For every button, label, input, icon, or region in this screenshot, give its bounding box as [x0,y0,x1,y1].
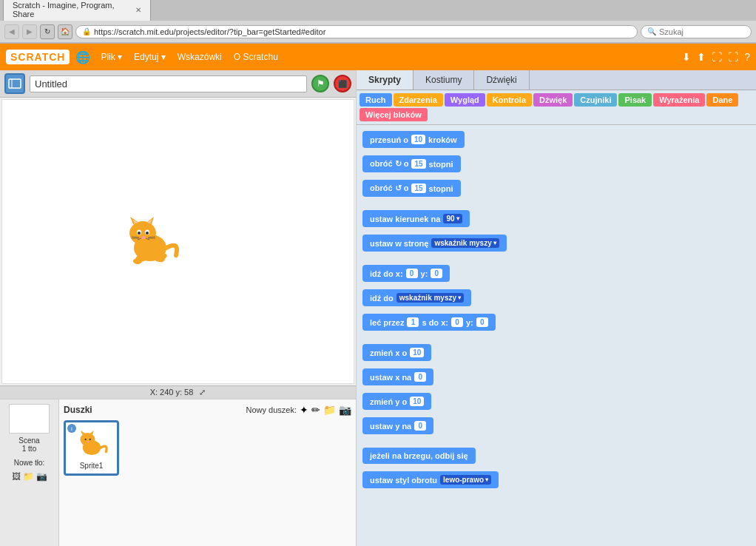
stage-area: ⚑ ⬛ v468 [0,70,357,546]
menu-file[interactable]: Plik ▾ [96,50,126,64]
block-move[interactable]: przesuń o 10 kroków [362,131,465,148]
stop-button[interactable]: ⬛ [334,75,351,92]
sprite-item[interactable]: i Sprite1 [64,420,119,476]
download-icon[interactable]: ⬇ [682,51,691,63]
green-flag-button[interactable]: ⚑ [311,75,329,92]
search-bar[interactable]: 🔍 [641,25,752,38]
cat-more-blocks[interactable]: Więcej bloków [360,108,428,121]
project-name-input[interactable] [30,75,307,92]
cat-data[interactable]: Dane [706,93,738,107]
block-face-towards[interactable]: ustaw w stronę wskaźnik myszy [362,235,507,252]
help-icon[interactable]: ? [744,51,750,63]
menu-edit[interactable]: Edytuj ▾ [129,50,170,64]
cat-sprite [117,211,183,270]
block-group-change-x: zmień x o 10 [362,344,750,364]
back-button[interactable]: ◀ [4,24,19,39]
svg-point-29 [87,441,89,442]
block-separator-4 [362,442,750,448]
tab-sounds[interactable]: Dźwięki [474,70,529,90]
block-change-y[interactable]: zmień y o 10 [362,393,431,410]
stage-canvas [1,99,354,384]
cat-looks[interactable]: Wygląd [445,93,485,107]
menu-about[interactable]: O Scratchu [229,50,283,64]
block-group-face: ustaw w stronę wskaźnik myszy [362,235,750,255]
new-sprite-star-icon[interactable]: ✦ [300,404,308,416]
new-sprite-folder-icon[interactable]: 📁 [323,404,336,416]
new-bg-label: Nowe tło: [14,459,45,467]
scratch-logo[interactable]: SCRATCH [6,50,70,64]
svg-rect-0 [9,79,21,88]
sprite-info-badge[interactable]: i [67,424,76,433]
block-goto[interactable]: idź do wskaźnik myszy [362,289,471,306]
topbar-menu: Plik ▾ Edytuj ▾ Wskazówki O Scratchu [96,50,282,64]
sprites-header: Duszki Nowy duszek: ✦ ✏ 📁 📷 [64,404,351,416]
svg-point-3 [129,221,156,245]
search-input[interactable] [659,27,733,36]
blocks-area: przesuń o 10 kroków obróć ↻ o 15 stopni … [357,125,756,546]
reload-button[interactable]: ↻ [40,24,55,39]
svg-point-28 [89,438,90,439]
new-bg-camera-icon[interactable]: 📷 [36,471,47,482]
block-group-rotate-ccw: obróć ↺ o 15 stopni [362,180,750,200]
block-separator-1 [362,204,750,210]
block-separator-3 [362,338,750,344]
new-sprite-camera-icon[interactable]: 📷 [339,404,351,416]
upload-icon[interactable]: ⬆ [697,51,706,63]
svg-point-10 [138,232,141,235]
home-button[interactable]: 🏠 [58,24,72,39]
block-change-x[interactable]: zmień x o 10 [362,344,431,361]
svg-point-11 [146,232,149,235]
block-group-set-dir: ustaw kierunek na 90 [362,210,750,230]
sprites-right: Duszki Nowy duszek: ✦ ✏ 📁 📷 i [59,400,356,546]
block-set-x[interactable]: ustaw x na 0 [362,368,433,385]
new-sprite-paint-icon[interactable]: ✏ [311,404,320,416]
cat-pen[interactable]: Pisak [618,93,652,107]
sprites-title: Duszki [64,405,92,415]
scene-thumbnail[interactable] [9,404,50,434]
forward-button[interactable]: ▶ [22,24,37,39]
new-bg-paint-icon[interactable]: 🖼 [12,471,21,482]
coord-text: X: 240 y: 58 [150,388,194,397]
cat-expressions[interactable]: Wyrażenia [653,93,705,107]
new-sprite-label: Nowy duszek: [246,405,297,414]
sprite-name: Sprite1 [80,462,104,470]
cat-control[interactable]: Kontrola [487,93,532,107]
cat-events[interactable]: Zdarzenia [394,93,443,107]
cat-sensors[interactable]: Czujniki [574,93,617,107]
tab-close-button[interactable]: ✕ [135,6,141,14]
cat-motion[interactable]: Ruch [360,93,392,107]
block-group-bounce: jeżeli na brzegu, odbij się [362,448,750,467]
fullscreen-icon[interactable]: ⛶ [712,51,722,63]
browser-tab[interactable]: Scratch - Imagine, Program, Share ✕ [3,0,151,21]
lock-icon: 🔒 [82,27,91,36]
block-bounce[interactable]: jeżeli na brzegu, odbij się [362,448,476,464]
new-bg-folder-icon[interactable]: 📁 [23,471,34,482]
block-group-rotation-style: ustaw styl obrotu lewo-prawo [362,471,750,491]
block-group-set-x: ustaw x na 0 [362,368,750,388]
new-sprite-section: Nowy duszek: ✦ ✏ 📁 📷 [246,404,351,416]
scratch-app: SCRATCH 🌐 Plik ▾ Edytuj ▾ Wskazówki O Sc… [0,44,756,546]
scene-label: Scena1 tto [18,437,39,453]
block-goto-xy[interactable]: idź do x: 0 y: 0 [362,265,450,282]
block-glide[interactable]: leć przez 1 s do x: 0 y: 0 [362,314,496,331]
cat-sound[interactable]: Dźwięk [533,93,573,107]
theater-icon[interactable]: ⛶ [728,51,738,63]
globe-icon[interactable]: 🌐 [75,50,90,64]
block-group-move: przesuń o 10 kroków [362,131,750,151]
block-group-glide: leć przez 1 s do x: 0 y: 0 [362,314,750,334]
block-set-direction[interactable]: ustaw kierunek na 90 [362,210,470,227]
block-set-y[interactable]: ustaw y na 0 [362,417,433,434]
tab-costumes[interactable]: Kostiumy [414,70,474,90]
menu-tips[interactable]: Wskazówki [173,50,226,64]
block-rotation-style[interactable]: ustaw styl obrotu lewo-prawo [362,471,499,488]
url-bar[interactable]: 🔒 https://scratch.mit.edu/projects/edito… [75,25,638,38]
expand-icon[interactable]: ⤢ [199,388,206,397]
stage-icon [4,73,25,94]
sprite-list: i Sprite1 [64,420,351,476]
block-rotate-cw[interactable]: obróć ↻ o 15 stopni [362,155,461,172]
tab-scripts[interactable]: Skrypty [357,70,414,90]
scene-section: Scena1 tto Nowe tło: 🖼 📁 📷 [0,400,59,546]
block-rotate-ccw[interactable]: obróć ↺ o 15 stopni [362,180,461,197]
url-text: https://scratch.mit.edu/projects/editor/… [94,27,325,36]
categories-area: Ruch Zdarzenia Wygląd Kontrola Dźwięk Cz… [357,90,756,125]
